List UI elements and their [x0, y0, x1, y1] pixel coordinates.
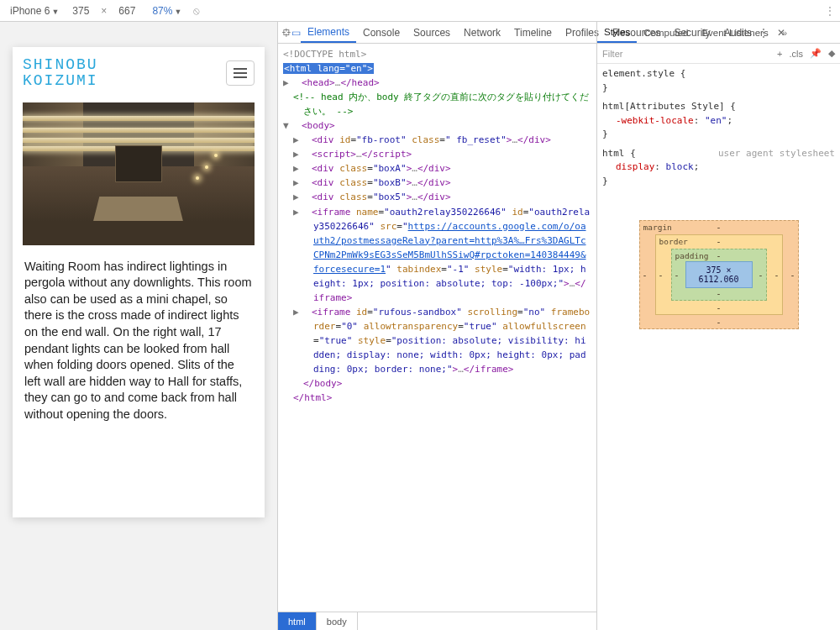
- breadcrumb: html body: [278, 612, 596, 630]
- tab-timeline[interactable]: Timeline: [507, 22, 559, 43]
- dom-iframe-rufous[interactable]: ▶<iframe id="rufous-sandbox" scrolling="…: [303, 305, 591, 376]
- crumb-body[interactable]: body: [317, 612, 358, 630]
- rotate-icon[interactable]: ⦸: [193, 5, 200, 17]
- dom-html-open[interactable]: <html lang="en">: [283, 61, 591, 76]
- zoom-selector[interactable]: 87%▼: [152, 5, 181, 17]
- style-rules: element.style { } html[Attributes Style]…: [597, 64, 840, 197]
- pin-icon[interactable]: 📌: [810, 48, 822, 59]
- dom-head[interactable]: ▶<head>…</head>: [293, 76, 591, 90]
- tab-computed[interactable]: Computed: [637, 22, 695, 43]
- viewport-width[interactable]: 375: [72, 5, 89, 17]
- tab-event-listeners[interactable]: Event Listeners: [695, 22, 774, 43]
- dom-fb-root[interactable]: ▶<div id="fb-root" class=" fb_reset">…</…: [303, 133, 591, 147]
- dom-html-close[interactable]: </html>: [293, 391, 591, 405]
- dom-tree[interactable]: <!DOCTYPE html> <html lang="en"> ▶<head>…: [278, 44, 596, 612]
- tab-elements[interactable]: Elements: [301, 22, 356, 43]
- dom-body-close[interactable]: </body>: [303, 376, 591, 391]
- emulated-viewport: SHINOBU KOIZUMI Waiting Room has indirec…: [0, 22, 277, 630]
- tab-console[interactable]: Console: [356, 22, 407, 43]
- box-model-content: 375 × 6112.060: [685, 261, 753, 288]
- dimension-separator: ×: [101, 5, 107, 17]
- box-model-diagram[interactable]: margin - - - - border - - - - padding - …: [639, 220, 799, 329]
- rule-element-style[interactable]: element.style { }: [602, 67, 835, 95]
- dom-iframe-oauth[interactable]: ▶<iframe name="oauth2relay350226646" id=…: [303, 205, 591, 305]
- more-tabs-icon[interactable]: »: [775, 28, 794, 38]
- dom-script[interactable]: ▶<script>…</script>: [303, 147, 591, 161]
- dom-boxA[interactable]: ▶<div class="boxA">…</div>: [303, 161, 591, 176]
- viewport-height[interactable]: 667: [118, 5, 135, 17]
- site-logo[interactable]: SHINOBU KOIZUMI: [23, 57, 98, 89]
- tab-sources[interactable]: Sources: [407, 22, 457, 43]
- rule-html-ua[interactable]: user agent stylesheet html { display: bl…: [602, 147, 835, 189]
- device-menu-icon[interactable]: ⋮: [825, 5, 835, 17]
- filter-input[interactable]: Filter: [602, 49, 622, 59]
- article-body: Waiting Room has indirect lightings in p…: [13, 259, 265, 435]
- phone-frame: SHINOBU KOIZUMI Waiting Room has indirec…: [13, 47, 265, 517]
- dom-comment[interactable]: <!-- head 内か、body 終了タグの直前に次のタグを貼り付けてください…: [293, 90, 591, 118]
- dom-boxB[interactable]: ▶<div class="boxB">…</div>: [303, 176, 591, 190]
- dom-box5[interactable]: ▶<div class="box5">…</div>: [303, 190, 591, 204]
- device-toolbar: iPhone 6▼ 375 × 667 87%▼ ⦸ ⋮: [0, 0, 840, 22]
- device-mode-icon[interactable]: ▭: [291, 27, 301, 39]
- styles-tabbar: Styles Computed Event Listeners »: [597, 22, 840, 44]
- hamburger-menu-button[interactable]: [226, 60, 255, 86]
- dom-doctype[interactable]: <!DOCTYPE html>: [283, 47, 591, 61]
- rule-html-attr[interactable]: html[Attributes Style] { -webkit-locale:…: [602, 100, 835, 142]
- tab-network[interactable]: Network: [457, 22, 507, 43]
- hover-icon[interactable]: ◆: [828, 48, 835, 59]
- crumb-html[interactable]: html: [278, 612, 317, 630]
- devtools-tabbar: ⯐ ▭ Elements Console Sources Network Tim…: [278, 22, 596, 44]
- cls-toggle[interactable]: .cls: [790, 49, 804, 59]
- tab-styles[interactable]: Styles: [597, 22, 637, 43]
- hero-image: [23, 102, 255, 245]
- device-selector[interactable]: iPhone 6▼: [10, 5, 59, 17]
- add-rule-icon[interactable]: +: [777, 49, 782, 59]
- inspect-icon[interactable]: ⯐: [281, 27, 291, 39]
- dom-body-open[interactable]: ▼<body>: [293, 118, 591, 133]
- styles-panel: Styles Computed Event Listeners » Filter…: [596, 22, 840, 630]
- styles-filter-row: Filter + .cls 📌 ◆: [597, 44, 840, 64]
- elements-panel: ⯐ ▭ Elements Console Sources Network Tim…: [277, 22, 596, 630]
